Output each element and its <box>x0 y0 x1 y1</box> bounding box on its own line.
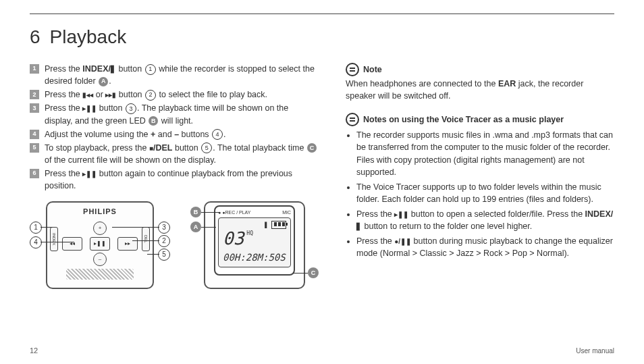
step-badge: 3 <box>30 103 39 113</box>
device-top-view: PHILIPS INDEX DEL + ◂◂ ▸❚❚ ▸▸ – <box>46 201 154 289</box>
notes2-list: The recorder supports music files in .wm… <box>346 129 614 259</box>
note-body: When headphones are connected to the EAR… <box>346 78 614 102</box>
callout-5: 5 <box>158 249 170 261</box>
page-number: 12 <box>30 346 38 355</box>
ref-1: 1 <box>145 64 156 75</box>
file-number: 03 <box>223 228 244 249</box>
keypad: + ◂◂ ▸❚❚ ▸▸ – <box>59 222 140 266</box>
diagram-screen: ● ●REC / PLAY MIC ▋ 03HQ 00H:28M:50S B <box>190 201 319 289</box>
rec-del-key: DEL <box>142 227 150 251</box>
top-rule <box>30 14 614 14</box>
brand-label: PHILIPS <box>51 207 149 217</box>
step-badge: 4 <box>30 130 39 139</box>
footer-label: User manual <box>576 347 614 355</box>
mic-label: MIC <box>282 209 291 216</box>
file-row: 03HQ <box>223 230 286 248</box>
next-key: ▸▸ <box>117 237 138 251</box>
notes2-title: Notes on using the Voice Tracer as a mus… <box>363 113 564 126</box>
ref-B: B <box>149 116 158 126</box>
ref-3: 3 <box>126 103 136 114</box>
index-menu-key: INDEX <box>50 227 58 251</box>
step-text: Press the INDEX/▋ button 1 while the rec… <box>45 63 319 87</box>
screen-top-row: ● ●REC / PLAY MIC <box>218 209 291 216</box>
folder-icon: ▋ <box>356 223 362 230</box>
screen-frame: ● ●REC / PLAY MIC ▋ 03HQ 00H:28M:50S <box>214 205 295 276</box>
ref-A: A <box>99 77 108 86</box>
step-3: 3 Press the ▸❚❚ button 3. The playback t… <box>30 102 319 126</box>
rec-play-led: ● ●REC / PLAY <box>218 209 250 216</box>
step-4: 4 Adjust the volume using the + and – bu… <box>30 128 319 140</box>
notes2-heading: Notes on using the Voice Tracer as a mus… <box>346 113 614 126</box>
rec-pause-icon: ●/❚❚ <box>394 238 411 245</box>
folder-icon: ▋ <box>111 66 116 73</box>
diagram-controls: PHILIPS INDEX DEL + ◂◂ ▸❚❚ ▸▸ – <box>30 201 170 289</box>
list-item: Press the ▸❚❚ button to open a selected … <box>356 208 614 232</box>
step-2: 2 Press the ▮◂◂ or ▸▸▮ button 2 to selec… <box>30 88 319 101</box>
time-display: 00H:28M:50S <box>223 251 286 264</box>
ref-2: 2 <box>145 90 156 101</box>
play-pause-icon: ▸❚❚ <box>394 211 408 218</box>
callout-A: A <box>190 222 201 232</box>
step-text: Adjust the volume using the + and – butt… <box>45 128 319 140</box>
next-icon: ▸▸▮ <box>105 91 116 99</box>
vol-down-key: – <box>93 253 107 266</box>
callout-C: C <box>308 267 319 278</box>
right-column: Note When headphones are connected to th… <box>346 63 614 289</box>
note-title: Note <box>363 63 382 76</box>
ref-4: 4 <box>212 129 223 140</box>
section-name: Playback <box>50 26 127 47</box>
play-key: ▸❚❚ <box>90 237 110 251</box>
vol-up-key: + <box>93 222 107 235</box>
step-badge: 6 <box>30 169 39 178</box>
note-icon <box>346 63 359 76</box>
battery-icon <box>271 221 286 229</box>
device-screen-view: ● ●REC / PLAY MIC ▋ 03HQ 00H:28M:50S <box>204 201 305 289</box>
note-heading: Note <box>346 63 614 76</box>
callout-2: 2 <box>158 235 170 247</box>
callout-3: 3 <box>158 222 170 234</box>
quality-label: HQ <box>246 230 253 236</box>
step-1: 1 Press the INDEX/▋ button 1 while the r… <box>30 63 319 87</box>
step-text: To stop playback, press the ■/DEL button… <box>45 142 319 166</box>
manual-page: 6Playback 1 Press the INDEX/▋ button 1 w… <box>0 0 644 364</box>
section-title: 6Playback <box>30 26 614 48</box>
play-pause-icon: ▸❚❚ <box>82 105 97 112</box>
callout-B: B <box>190 207 201 217</box>
list-item: The recorder supports music files in .wm… <box>356 129 614 178</box>
callout-4: 4 <box>30 236 42 249</box>
callout-1: 1 <box>30 222 42 234</box>
step-text: Press the ▮◂◂ or ▸▸▮ button 2 to select … <box>45 88 319 101</box>
step-badge: 1 <box>30 64 39 74</box>
speaker-grille <box>66 269 134 280</box>
list-item: The Voice Tracer supports up to two fold… <box>356 181 614 205</box>
play-pause-icon: ▸❚❚ <box>82 170 97 178</box>
step-text: Press the ▸❚❚ button 3. The playback tim… <box>45 102 319 126</box>
content-columns: 1 Press the INDEX/▋ button 1 while the r… <box>30 63 614 289</box>
step-5: 5 To stop playback, press the ■/DEL butt… <box>30 142 319 166</box>
list-item: Press the ●/❚❚ button during music playb… <box>356 235 614 259</box>
diagrams-row: PHILIPS INDEX DEL + ◂◂ ▸❚❚ ▸▸ – <box>30 201 319 289</box>
note-icon <box>346 113 359 126</box>
section-number: 6 <box>30 26 41 47</box>
ref-C: C <box>307 143 317 153</box>
step-6: 6 Press the ▸❚❚ button again to continue… <box>30 167 319 192</box>
step-text: Press the ▸❚❚ button again to continue p… <box>45 167 319 192</box>
lcd-screen: ▋ 03HQ 00H:28M:50S <box>218 217 291 267</box>
left-column: 1 Press the INDEX/▋ button 1 while the r… <box>30 63 319 289</box>
step-badge: 5 <box>30 143 39 153</box>
step-badge: 2 <box>30 90 39 99</box>
prev-icon: ▮◂◂ <box>82 91 93 99</box>
prev-key: ◂◂ <box>62 237 82 251</box>
ref-5: 5 <box>201 142 212 153</box>
